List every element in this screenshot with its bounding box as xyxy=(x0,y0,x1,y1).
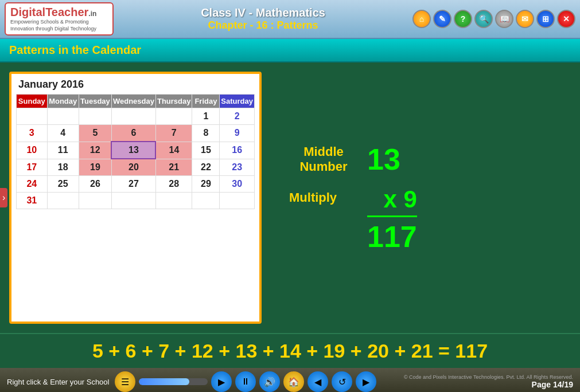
calendar-day: 20 xyxy=(111,159,155,176)
th-sunday: Sunday xyxy=(17,95,48,108)
middle-label: Middle Number xyxy=(289,144,358,174)
calendar-day: 10 xyxy=(17,142,48,159)
play-button[interactable]: ▶ xyxy=(211,371,232,392)
calendar-day: 7 xyxy=(155,125,192,142)
calendar-day xyxy=(17,108,48,125)
middle-value: 13 xyxy=(367,142,400,177)
house-button[interactable]: 🏠 xyxy=(283,371,304,392)
calendar-day: 18 xyxy=(47,159,79,176)
grid-button[interactable]: ⊞ xyxy=(536,10,555,28)
section-bar: Patterns in the Calendar xyxy=(0,39,580,62)
pause-button[interactable]: ⏸ xyxy=(235,371,256,392)
book-button[interactable]: 📖 xyxy=(495,10,513,28)
calendar-day xyxy=(111,193,155,209)
multiply-label: Multiply xyxy=(289,186,358,205)
calendar-day: 2 xyxy=(220,108,255,125)
refresh-button[interactable]: ↺ xyxy=(332,371,352,392)
calendar-day: 19 xyxy=(79,159,111,176)
equation-bar: 5 + 6 + 7 + 12 + 13 + 14 + 19 + 20 + 21 … xyxy=(0,333,580,368)
mail-button[interactable]: ✉ xyxy=(516,10,534,28)
calendar-day: 5 xyxy=(79,125,111,142)
multiply-row: Multiply x 9 117 xyxy=(289,186,557,254)
calendar-day xyxy=(79,108,111,125)
volume-button[interactable]: 🔊 xyxy=(259,371,280,392)
title-main: Class IV - Mathematics xyxy=(114,6,412,19)
multiply-calc: x 9 117 xyxy=(367,186,417,254)
calendar-day xyxy=(155,193,192,209)
toolbar: ⌂ ✎ ? 🔍 📖 ✉ ⊞ ✕ xyxy=(412,10,575,28)
calendar-day: 17 xyxy=(17,159,48,176)
bottom-right: © Code and Pixels Interactive Technologi… xyxy=(404,374,573,389)
calendar-day xyxy=(47,193,79,209)
calendar-day: 30 xyxy=(220,176,255,193)
calendar-day: 9 xyxy=(220,125,255,142)
calendar-day: 11 xyxy=(47,142,79,159)
calendar-container: January 2016 Sunday Monday Tuesday Wedne… xyxy=(9,72,262,324)
progress-bar xyxy=(139,378,208,385)
next-button[interactable]: ▶ xyxy=(356,371,376,392)
header: DigitalTeacher.in Empowering Schools & P… xyxy=(0,0,580,39)
calendar-day: 29 xyxy=(192,176,220,193)
prev-button[interactable]: ◀ xyxy=(307,371,328,392)
calendar-title: January 2016 xyxy=(16,79,255,91)
calendar-day xyxy=(155,108,192,125)
calendar-day: 25 xyxy=(47,176,79,193)
help-button[interactable]: ? xyxy=(454,10,472,28)
multiply-line xyxy=(367,215,417,217)
calendar-day: 31 xyxy=(17,193,48,209)
calendar-day: 16 xyxy=(220,142,255,159)
calendar-day: 1 xyxy=(192,108,220,125)
calendar-day xyxy=(220,193,255,209)
calendar-day: 28 xyxy=(155,176,192,193)
calendar-day: 24 xyxy=(17,176,48,193)
th-saturday: Saturday xyxy=(220,95,255,108)
progress-area: ☰ ▶ ⏸ 🔊 🏠 ◀ ↺ ▶ xyxy=(115,371,376,392)
main-content: › January 2016 Sunday Monday Tuesday Wed… xyxy=(0,62,580,333)
calendar-day: 15 xyxy=(192,142,220,159)
left-arrow[interactable]: › xyxy=(0,188,7,207)
logo-subtitle: Empowering Schools & Promoting Innovatio… xyxy=(10,19,108,32)
middle-number-row: Middle Number 13 xyxy=(289,142,557,177)
calendar-day: 14 xyxy=(155,142,192,159)
th-monday: Monday xyxy=(47,95,79,108)
bottom-bar: Right click & Enter your School ☰ ▶ ⏸ 🔊 … xyxy=(0,368,580,392)
calendar-day: 22 xyxy=(192,159,220,176)
multiply-result: 117 xyxy=(367,219,417,254)
copyright-text: © Code and Pixels Interactive Technologi… xyxy=(404,374,573,380)
calendar-day: 8 xyxy=(192,125,220,142)
calendar-day xyxy=(192,193,220,209)
calendar-day xyxy=(111,108,155,125)
multiply-expression: x 9 xyxy=(383,186,416,213)
search-button[interactable]: 🔍 xyxy=(474,10,493,28)
calendar-table: Sunday Monday Tuesday Wednesday Thursday… xyxy=(16,94,255,209)
calendar-day: 27 xyxy=(111,176,155,193)
calendar-body: 1234567891011121314151617181920212223242… xyxy=(17,108,255,209)
calendar-day: 23 xyxy=(220,159,255,176)
th-friday: Friday xyxy=(192,95,220,108)
logo-area: DigitalTeacher.in Empowering Schools & P… xyxy=(5,2,114,36)
calendar-day xyxy=(47,108,79,125)
close-button[interactable]: ✕ xyxy=(557,10,575,28)
calendar-day: 6 xyxy=(111,125,155,142)
title-area: Class IV - Mathematics Chapter - 16 : Pa… xyxy=(114,6,412,32)
equation-text: 5 + 6 + 7 + 12 + 13 + 14 + 19 + 20 + 21 … xyxy=(92,340,488,362)
title-sub: Chapter - 16 : Patterns xyxy=(114,19,412,32)
school-label: Right click & Enter your School xyxy=(7,378,110,386)
calendar-day: 21 xyxy=(155,159,192,176)
progress-bar-fill xyxy=(139,378,189,385)
calendar-day: 13 xyxy=(111,142,155,159)
th-thursday: Thursday xyxy=(155,95,192,108)
th-tuesday: Tuesday xyxy=(79,95,111,108)
logo-brand: Digital xyxy=(10,6,45,18)
calendar-day: 4 xyxy=(47,125,79,142)
menu-button[interactable]: ☰ xyxy=(115,371,135,392)
notes-button[interactable]: ✎ xyxy=(433,10,451,28)
right-panel: Middle Number 13 Multiply x 9 117 xyxy=(275,72,571,324)
calendar-day: 3 xyxy=(17,125,48,142)
page-number: Page 14/19 xyxy=(532,380,573,389)
th-wednesday: Wednesday xyxy=(111,95,155,108)
calendar-day: 26 xyxy=(79,176,111,193)
section-title: Patterns in the Calendar xyxy=(9,44,141,56)
calendar-day xyxy=(79,193,111,209)
home-button[interactable]: ⌂ xyxy=(412,10,431,28)
